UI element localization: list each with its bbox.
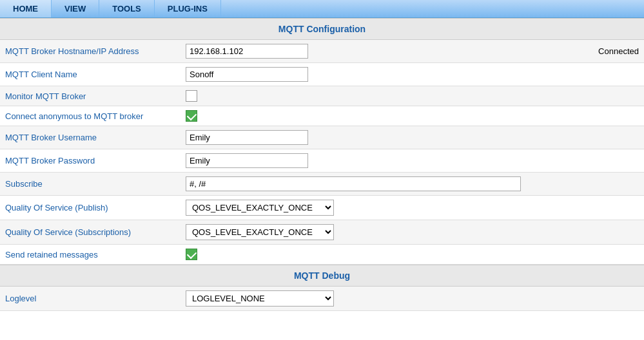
- table-row: Quality Of Service (Publish)QOS_LEVEL_EX…: [0, 196, 644, 220]
- field-input-cell: [181, 126, 567, 149]
- field-input-cell: [181, 40, 567, 63]
- connected-status: Connected: [598, 46, 639, 56]
- field-label: Connect anonymous to MQTT broker: [0, 106, 181, 126]
- table-row: Monitor MQTT Broker: [0, 86, 644, 106]
- select-input[interactable]: LOGLEVEL_NONELOGLEVEL_DEBUGLOGLEVEL_INFO…: [186, 290, 334, 307]
- field-label: Subscribe: [0, 173, 181, 196]
- field-label: MQTT Broker Password: [0, 149, 181, 173]
- text-input[interactable]: [186, 44, 308, 59]
- table-row: MQTT Broker Username: [0, 126, 644, 149]
- checkbox-unchecked[interactable]: [186, 90, 197, 102]
- mqtt-debug-table: LoglevelLOGLEVEL_NONELOGLEVEL_DEBUGLOGLE…: [0, 287, 644, 311]
- table-row: Subscribe: [0, 173, 644, 196]
- table-row: MQTT Client Name: [0, 63, 644, 86]
- status-cell: [567, 106, 644, 126]
- field-label: MQTT Client Name: [0, 63, 181, 86]
- mqtt-config-header: MQTT Configuration: [0, 18, 644, 40]
- status-cell: [567, 126, 644, 149]
- select-input[interactable]: QOS_LEVEL_EXACTLY_ONCEQOS_LEVEL_AT_MOST_…: [186, 200, 334, 216]
- menu-plugins[interactable]: PLUG-INS: [155, 0, 221, 17]
- field-input-cell: [181, 106, 567, 126]
- field-input-cell: QOS_LEVEL_EXACTLY_ONCEQOS_LEVEL_AT_MOST_…: [181, 196, 567, 220]
- status-cell: Connected: [567, 40, 644, 63]
- field-input-cell: LOGLEVEL_NONELOGLEVEL_DEBUGLOGLEVEL_INFO…: [181, 287, 567, 311]
- status-cell: [567, 86, 644, 106]
- text-input[interactable]: [186, 67, 308, 82]
- text-input[interactable]: [186, 176, 521, 191]
- text-input[interactable]: [186, 130, 308, 145]
- table-row: Connect anonymous to MQTT broker: [0, 106, 644, 126]
- field-input-cell: QOS_LEVEL_EXACTLY_ONCEQOS_LEVEL_AT_MOST_…: [181, 220, 567, 245]
- status-cell: [567, 196, 644, 220]
- field-input-cell: [181, 86, 567, 106]
- field-input-cell: [181, 63, 567, 86]
- checkbox-checked[interactable]: [186, 249, 197, 260]
- field-label: Monitor MQTT Broker: [0, 86, 181, 106]
- menu-tools[interactable]: TOOLS: [99, 0, 155, 17]
- table-row: MQTT Broker Password: [0, 149, 644, 173]
- select-input[interactable]: QOS_LEVEL_EXACTLY_ONCEQOS_LEVEL_AT_MOST_…: [186, 224, 334, 240]
- field-label: Send retained messages: [0, 245, 181, 265]
- menu-home[interactable]: HOME: [0, 0, 52, 17]
- field-label: Loglevel: [0, 287, 181, 311]
- mqtt-config-table: MQTT Broker Hostname/IP AddressConnected…: [0, 40, 644, 265]
- menubar: HOME VIEW TOOLS PLUG-INS: [0, 0, 644, 18]
- field-input-cell: [181, 245, 567, 265]
- field-label: Quality Of Service (Publish): [0, 196, 181, 220]
- menu-view[interactable]: VIEW: [52, 0, 99, 17]
- text-input[interactable]: [186, 153, 308, 168]
- status-cell: [567, 220, 644, 245]
- field-input-cell: [181, 149, 567, 173]
- field-label: Quality Of Service (Subscriptions): [0, 220, 181, 245]
- field-input-cell: [181, 173, 567, 196]
- status-cell: [567, 245, 644, 265]
- status-cell: [567, 173, 644, 196]
- mqtt-debug-header: MQTT Debug: [0, 265, 644, 287]
- field-label: MQTT Broker Username: [0, 126, 181, 149]
- table-row: LoglevelLOGLEVEL_NONELOGLEVEL_DEBUGLOGLE…: [0, 287, 644, 311]
- table-row: Send retained messages: [0, 245, 644, 265]
- table-row: Quality Of Service (Subscriptions)QOS_LE…: [0, 220, 644, 245]
- status-cell: [567, 287, 644, 311]
- field-label: MQTT Broker Hostname/IP Address: [0, 40, 181, 63]
- status-cell: [567, 149, 644, 173]
- checkbox-checked[interactable]: [186, 110, 197, 122]
- table-row: MQTT Broker Hostname/IP AddressConnected: [0, 40, 644, 63]
- status-cell: [567, 63, 644, 86]
